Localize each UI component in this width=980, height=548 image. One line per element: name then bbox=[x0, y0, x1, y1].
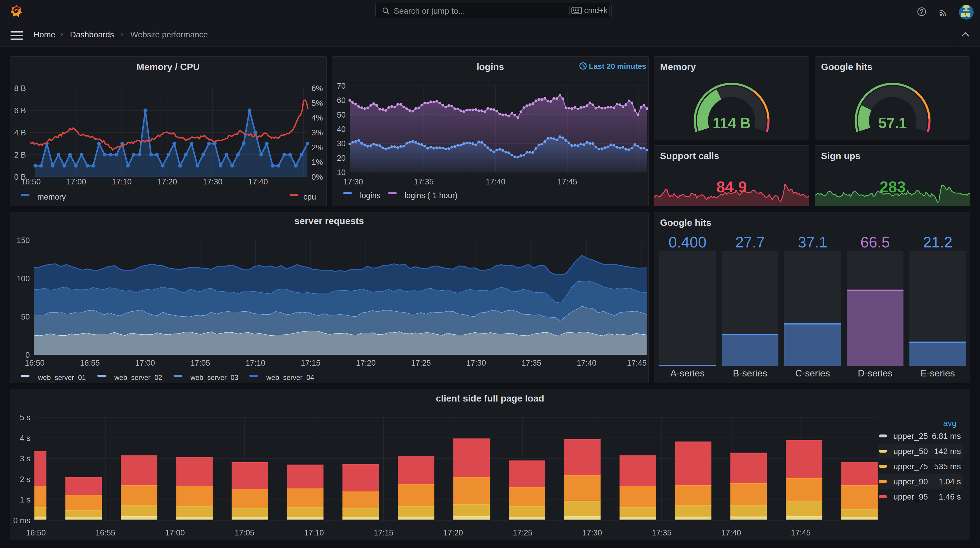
svg-text:17:20: 17:20 bbox=[356, 358, 375, 367]
svg-text:50: 50 bbox=[337, 111, 346, 119]
svg-text:17:40: 17:40 bbox=[577, 358, 597, 367]
svg-text:cpu: cpu bbox=[303, 193, 316, 201]
svg-text:logins (-1 hour): logins (-1 hour) bbox=[404, 191, 458, 200]
svg-text:17:30: 17:30 bbox=[466, 358, 486, 367]
svg-text:17:35: 17:35 bbox=[652, 529, 672, 537]
svg-text:E-series: E-series bbox=[921, 368, 955, 379]
svg-text:logins: logins bbox=[477, 62, 504, 72]
svg-text:0 ms: 0 ms bbox=[13, 516, 30, 525]
svg-text:16:50: 16:50 bbox=[26, 529, 46, 537]
svg-text:50: 50 bbox=[21, 312, 30, 321]
svg-text:1%: 1% bbox=[312, 158, 323, 167]
svg-text:Memory: Memory bbox=[660, 62, 696, 72]
svg-text:57.1: 57.1 bbox=[878, 115, 907, 131]
svg-text:1.46 s: 1.46 s bbox=[939, 492, 961, 501]
svg-text:17:25: 17:25 bbox=[513, 529, 533, 537]
svg-text:150: 150 bbox=[17, 236, 30, 245]
svg-text:283: 283 bbox=[880, 178, 905, 196]
svg-text:17:40: 17:40 bbox=[248, 177, 268, 186]
svg-text:1.04 s: 1.04 s bbox=[939, 477, 961, 486]
svg-text:upper_50: upper_50 bbox=[893, 447, 928, 456]
svg-text:16:55: 16:55 bbox=[95, 529, 116, 537]
svg-text:2 B: 2 B bbox=[14, 151, 26, 159]
svg-text:upper_75: upper_75 bbox=[893, 462, 928, 471]
svg-text:upper_25: upper_25 bbox=[893, 432, 928, 441]
svg-text:30: 30 bbox=[337, 139, 346, 148]
svg-text:17:30: 17:30 bbox=[343, 177, 363, 186]
svg-text:memory: memory bbox=[37, 193, 66, 201]
svg-text:B-series: B-series bbox=[733, 368, 767, 379]
svg-text:17:40: 17:40 bbox=[721, 529, 741, 537]
svg-text:avg: avg bbox=[943, 419, 956, 428]
svg-text:84.9: 84.9 bbox=[716, 178, 747, 196]
svg-text:upper_95: upper_95 bbox=[893, 492, 928, 501]
svg-text:Sign ups: Sign ups bbox=[821, 151, 861, 161]
svg-text:3 s: 3 s bbox=[20, 454, 30, 463]
svg-text:web_server_01: web_server_01 bbox=[38, 373, 86, 381]
svg-text:web_server_04: web_server_04 bbox=[266, 373, 314, 381]
svg-text:17:10: 17:10 bbox=[304, 529, 324, 537]
svg-text:17:45: 17:45 bbox=[627, 358, 647, 367]
svg-text:6%: 6% bbox=[312, 84, 323, 93]
svg-text:17:00: 17:00 bbox=[67, 177, 86, 186]
svg-text:10: 10 bbox=[337, 168, 346, 177]
svg-text:17:20: 17:20 bbox=[157, 177, 177, 186]
svg-text:27.7: 27.7 bbox=[735, 234, 765, 251]
svg-text:Google hits: Google hits bbox=[821, 62, 872, 72]
svg-text:37.1: 37.1 bbox=[798, 234, 827, 251]
svg-text:D-series: D-series bbox=[858, 368, 892, 379]
svg-text:17:15: 17:15 bbox=[301, 358, 321, 367]
svg-text:17:15: 17:15 bbox=[374, 529, 393, 537]
svg-text:17:35: 17:35 bbox=[522, 358, 541, 367]
svg-text:17:10: 17:10 bbox=[246, 358, 266, 367]
svg-text:17:40: 17:40 bbox=[485, 177, 506, 186]
svg-text:17:00: 17:00 bbox=[135, 358, 155, 367]
svg-text:16:50: 16:50 bbox=[21, 177, 41, 186]
svg-text:20: 20 bbox=[337, 154, 346, 162]
svg-text:17:25: 17:25 bbox=[411, 358, 431, 367]
svg-text:A-series: A-series bbox=[670, 368, 705, 379]
svg-text:C-series: C-series bbox=[795, 368, 830, 379]
svg-text:17:05: 17:05 bbox=[234, 529, 255, 537]
svg-text:17:20: 17:20 bbox=[443, 529, 463, 537]
svg-text:Memory / CPU: Memory / CPU bbox=[137, 62, 200, 72]
svg-text:0.400: 0.400 bbox=[668, 234, 706, 251]
svg-text:6 B: 6 B bbox=[14, 106, 26, 115]
svg-text:17:35: 17:35 bbox=[414, 177, 434, 186]
svg-text:40: 40 bbox=[337, 125, 346, 134]
svg-text:100: 100 bbox=[17, 274, 30, 283]
svg-text:5 s: 5 s bbox=[20, 413, 30, 422]
svg-text:0: 0 bbox=[25, 351, 30, 360]
svg-text:Last 20 minutes: Last 20 minutes bbox=[589, 62, 646, 71]
svg-text:17:00: 17:00 bbox=[165, 529, 185, 537]
svg-text:17:45: 17:45 bbox=[791, 529, 811, 537]
svg-text:66.5: 66.5 bbox=[861, 234, 890, 251]
svg-text:5%: 5% bbox=[312, 99, 323, 108]
svg-text:4 B: 4 B bbox=[14, 128, 26, 137]
svg-text:21.2: 21.2 bbox=[923, 234, 952, 251]
svg-text:17:45: 17:45 bbox=[557, 177, 577, 186]
svg-text:17:05: 17:05 bbox=[191, 358, 210, 367]
svg-text:0%: 0% bbox=[312, 173, 323, 182]
svg-text:upper_90: upper_90 bbox=[893, 477, 928, 486]
svg-text:17:30: 17:30 bbox=[203, 177, 223, 186]
svg-text:17:30: 17:30 bbox=[582, 529, 602, 537]
svg-text:logins: logins bbox=[360, 191, 381, 200]
svg-text:client side full page load: client side full page load bbox=[436, 393, 544, 403]
svg-text:4 s: 4 s bbox=[20, 434, 30, 443]
svg-text:142 ms: 142 ms bbox=[934, 447, 961, 456]
svg-text:web_server_03: web_server_03 bbox=[190, 373, 238, 381]
svg-text:3%: 3% bbox=[312, 128, 323, 137]
svg-text:535 ms: 535 ms bbox=[934, 462, 961, 471]
svg-text:6.81 ms: 6.81 ms bbox=[932, 432, 961, 441]
svg-text:16:50: 16:50 bbox=[25, 358, 45, 367]
svg-text:1 s: 1 s bbox=[20, 495, 30, 504]
svg-text:114 B: 114 B bbox=[713, 115, 751, 131]
svg-text:2%: 2% bbox=[312, 143, 323, 152]
svg-text:Google hits: Google hits bbox=[660, 217, 711, 228]
svg-text:web_server_02: web_server_02 bbox=[114, 373, 162, 381]
svg-text:17:10: 17:10 bbox=[112, 177, 132, 186]
svg-text:4%: 4% bbox=[312, 113, 323, 122]
svg-text:2 s: 2 s bbox=[20, 475, 30, 484]
svg-text:Support calls: Support calls bbox=[660, 151, 719, 161]
